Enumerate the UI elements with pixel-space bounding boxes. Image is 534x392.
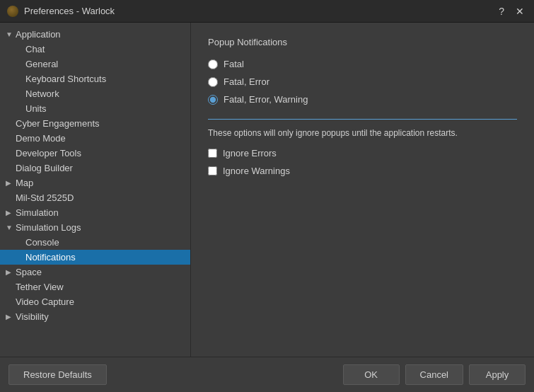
sidebar-item-developer-tools[interactable]: Developer Tools (0, 146, 190, 161)
sidebar-label-visibility: Visibility (16, 311, 185, 322)
sidebar-item-notifications[interactable]: Notifications (0, 250, 190, 265)
radio-fatal-error-warning-label: Fatal, Error, Warning (224, 94, 308, 105)
radio-item-radio-fatal[interactable]: Fatal (208, 59, 517, 69)
radio-item-radio-fatal-error[interactable]: Fatal, Error (208, 76, 517, 87)
sidebar-label-dialog-builder: Dialog Builder (16, 163, 185, 173)
sidebar-label-application: Application (16, 29, 185, 40)
sidebar-item-demo-mode[interactable]: Demo Mode (0, 131, 190, 146)
sidebar-item-application[interactable]: ▼Application (0, 27, 190, 42)
checkbox-group: Ignore ErrorsIgnore Warnings (208, 148, 517, 176)
footer-left: Restore Defaults (8, 364, 343, 385)
sidebar-label-general: General (25, 59, 185, 69)
tree-arrow-visibility: ▶ (6, 313, 16, 321)
sidebar-item-simulation[interactable]: ▶Simulation (0, 205, 190, 220)
sidebar-item-console[interactable]: Console (0, 235, 190, 250)
sidebar-item-visibility[interactable]: ▶Visibility (0, 309, 190, 324)
sidebar-item-tether-view[interactable]: Tether View (0, 279, 190, 294)
radio-fatal-error-warning-radio[interactable] (208, 95, 218, 105)
checkbox-item-ignore-warnings[interactable]: Ignore Warnings (208, 166, 517, 176)
sidebar-label-space: Space (16, 267, 185, 277)
sidebar-label-simulation-logs: Simulation Logs (16, 222, 185, 233)
ignore-errors-checkbox[interactable] (208, 149, 217, 158)
sidebar-label-cyber-engagements: Cyber Engagements (16, 118, 185, 129)
sidebar-label-developer-tools: Developer Tools (16, 148, 185, 158)
tree-arrow-space: ▶ (6, 268, 16, 276)
dialog-body: ▼ApplicationChatGeneralKeyboard Shortcut… (0, 23, 534, 357)
ignore-warnings-checkbox[interactable] (208, 166, 217, 175)
ignore-warnings-label: Ignore Warnings (223, 166, 290, 176)
sidebar-item-chat[interactable]: Chat (0, 42, 190, 57)
sidebar-label-map: Map (16, 178, 185, 188)
apply-button[interactable]: Apply (469, 364, 526, 385)
sidebar-label-video-capture: Video Capture (16, 296, 185, 307)
sidebar: ▼ApplicationChatGeneralKeyboard Shortcut… (0, 23, 191, 357)
section-title: Popup Notifications (208, 37, 517, 47)
sidebar-item-units[interactable]: Units (0, 101, 190, 116)
sidebar-item-network[interactable]: Network (0, 86, 190, 101)
checkbox-item-ignore-errors[interactable]: Ignore Errors (208, 148, 517, 158)
sidebar-item-dialog-builder[interactable]: Dialog Builder (0, 161, 190, 175)
sidebar-label-chat: Chat (25, 44, 185, 54)
app-icon (7, 6, 18, 17)
sidebar-item-video-capture[interactable]: Video Capture (0, 294, 190, 309)
tree-arrow-map: ▶ (6, 179, 16, 187)
sidebar-label-network: Network (25, 88, 185, 99)
title-bar: Preferences - Warlock ? ✕ (0, 0, 534, 23)
sidebar-item-simulation-logs[interactable]: ▼Simulation Logs (0, 220, 190, 235)
divider (208, 119, 517, 120)
restore-defaults-button[interactable]: Restore Defaults (8, 364, 107, 385)
radio-item-radio-fatal-error-warning[interactable]: Fatal, Error, Warning (208, 94, 517, 105)
sidebar-label-notifications: Notifications (25, 252, 185, 263)
sidebar-item-space[interactable]: ▶Space (0, 265, 190, 279)
sidebar-item-keyboard-shortcuts[interactable]: Keyboard Shortcuts (0, 71, 190, 86)
radio-fatal-radio[interactable] (208, 59, 218, 69)
footer: Restore Defaults OK Cancel Apply (0, 357, 534, 392)
sidebar-label-simulation: Simulation (16, 207, 185, 218)
radio-group: FatalFatal, ErrorFatal, Error, Warning (208, 59, 517, 105)
sidebar-label-units: Units (25, 103, 185, 114)
sidebar-label-keyboard-shortcuts: Keyboard Shortcuts (25, 74, 185, 84)
ignore-errors-label: Ignore Errors (223, 148, 277, 158)
footer-right: OK Cancel Apply (343, 364, 526, 385)
sidebar-label-console: Console (25, 237, 185, 248)
radio-fatal-label: Fatal (224, 59, 244, 69)
title-bar-text: Preferences - Warlock (24, 6, 496, 16)
sidebar-item-cyber-engagements[interactable]: Cyber Engagements (0, 116, 190, 131)
sidebar-label-mil-std-2525d: Mil-Std 2525D (16, 192, 185, 203)
close-button[interactable]: ✕ (513, 6, 527, 16)
sidebar-label-demo-mode: Demo Mode (16, 133, 185, 144)
title-bar-controls: ? ✕ (496, 6, 527, 16)
radio-fatal-error-radio[interactable] (208, 77, 218, 87)
ok-button[interactable]: OK (343, 364, 400, 385)
sidebar-item-map[interactable]: ▶Map (0, 175, 190, 190)
main-content: Popup Notifications FatalFatal, ErrorFat… (191, 23, 534, 357)
sidebar-item-general[interactable]: General (0, 57, 190, 71)
help-button[interactable]: ? (496, 6, 507, 16)
radio-fatal-error-label: Fatal, Error (224, 76, 269, 87)
cancel-button[interactable]: Cancel (405, 364, 463, 385)
sidebar-item-mil-std-2525d[interactable]: Mil-Std 2525D (0, 190, 190, 205)
sidebar-label-tether-view: Tether View (16, 282, 185, 292)
tree-arrow-simulation: ▶ (6, 209, 16, 217)
tree-arrow-application: ▼ (6, 30, 16, 38)
hint-text: These options will only ignore popups un… (208, 128, 517, 138)
tree-arrow-simulation-logs: ▼ (6, 224, 16, 231)
